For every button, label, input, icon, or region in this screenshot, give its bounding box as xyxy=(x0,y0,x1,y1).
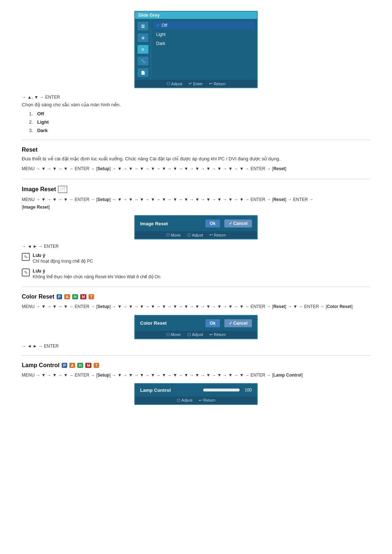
note-icon-2: ✎ xyxy=(22,268,30,276)
cr-footer-adjust: ⬡ Adjust xyxy=(187,332,203,337)
footer-enter: ↵ Enter xyxy=(189,81,203,86)
adjust-label: Adjust xyxy=(171,82,183,86)
adjust-icon: ⬡ xyxy=(167,81,170,86)
cr-cancel-check-icon: ✓ xyxy=(229,321,232,326)
cr-adjust-icon: ⬡ xyxy=(187,332,191,337)
ir-path-imagereset: Image Reset xyxy=(23,205,49,210)
color-reset-dialog-body: Color Reset Ok ✓ Cancel xyxy=(135,316,257,331)
lamp-slider-wrap: 100 xyxy=(203,387,252,393)
option-item-off: 1. Off xyxy=(29,111,370,116)
image-reset-dialog-label: Image Reset xyxy=(140,221,201,226)
note-content-2: Lưu ý Không thể thực hiện chức năng Rese… xyxy=(33,268,160,280)
option-num-2: 2. xyxy=(29,119,33,125)
image-reset-icon: 📄 xyxy=(58,186,67,193)
image-reset-title-text: Image Reset xyxy=(22,186,56,193)
cr-move-label: Move xyxy=(171,332,181,337)
reset-title-text: Reset xyxy=(22,147,38,153)
color-reset-dialog-label: Color Reset xyxy=(140,320,201,326)
note-title-1: Lưu ý xyxy=(33,253,45,258)
badge-a: A xyxy=(64,294,70,299)
adjust2-icon: ⬡ xyxy=(187,233,191,237)
note-title-2: Lưu ý xyxy=(33,268,45,274)
badge-h: H xyxy=(72,294,78,299)
move-icon: ⬡ xyxy=(166,233,170,237)
menu-icon-list: 🖼 🖥 ⚙ 🔧 📄 xyxy=(135,19,151,80)
menu-icon-4: 🔧 xyxy=(138,57,148,65)
enter-label: Enter xyxy=(193,82,203,86)
cr-footer-return: ↩ Return xyxy=(209,332,226,337)
lamp-return-icon: ↩ xyxy=(199,398,202,403)
lamp-dialog-footer: ⬡ Adjust ↩ Return xyxy=(135,397,257,404)
lamp-badge-p: P xyxy=(62,363,67,368)
nav-line-image-reset: → ◄ ► → ENTER xyxy=(22,244,370,249)
lamp-value: 100 xyxy=(242,387,252,393)
menu-icon-2: 🖥 xyxy=(138,33,148,42)
lamp-control-dialog: Lamp Control 100 ⬡ Adjust ↩ Return xyxy=(134,383,258,405)
image-reset-dialog-footer: ⬡ Move ⬡ Adjust ↩ Return xyxy=(135,231,257,239)
lamp-control-dialog-wrap: Lamp Control 100 ⬡ Adjust ↩ Return xyxy=(22,383,370,405)
cr-cancel-label: Cancel xyxy=(233,321,248,326)
color-reset-dialog: Color Reset Ok ✓ Cancel ⬡ Move ⬡ Adjust … xyxy=(134,315,258,339)
checkmark-off: ✓ xyxy=(156,23,159,28)
color-reset-menu-path: MENU → ▼ → ▼ → ▼ → ENTER → [Setup] → ▼ →… xyxy=(22,303,370,310)
reset-path-reset: Reset xyxy=(273,166,285,171)
image-reset-dialog: Image Reset Ok ✓ Cancel ⬡ Move ⬡ Adjust … xyxy=(134,215,258,239)
return-label: Return xyxy=(213,82,225,86)
menu-options-list: ✓ Off Light Dark xyxy=(151,19,257,80)
cr-return-label: Return xyxy=(214,332,226,337)
nav-line-color-reset: → ◄ ► → ENTER xyxy=(22,344,370,349)
menu-icon-5: 📄 xyxy=(138,68,148,77)
menu-icon-3: ⚙ xyxy=(138,45,148,54)
badge-m: M xyxy=(80,294,86,299)
menu-option-light: Light xyxy=(153,31,255,38)
color-reset-dialog-footer: ⬡ Move ⬡ Adjust ↩ Return xyxy=(135,331,257,338)
cr-return-icon: ↩ xyxy=(209,332,213,337)
lc-path-lampcontrol: Lamp Control xyxy=(273,373,302,378)
cr-path-setup: Setup xyxy=(97,304,109,309)
color-reset-section-title: Color Reset P A H M T xyxy=(22,294,370,300)
lamp-badge-a: A xyxy=(69,363,75,368)
image-reset-dialog-wrap: Image Reset Ok ✓ Cancel ⬡ Move ⬡ Adjust … xyxy=(22,215,370,239)
cancel-label-text: Cancel xyxy=(233,221,248,226)
cr-move-icon: ⬡ xyxy=(166,332,170,337)
option-num-1: 1. xyxy=(29,111,33,116)
enter-icon: ↵ xyxy=(189,81,192,86)
color-reset-dialog-wrap: Color Reset Ok ✓ Cancel ⬡ Move ⬡ Adjust … xyxy=(22,315,370,339)
move-label: Move xyxy=(171,233,181,237)
dialog-footer-adjust: ⬡ Adjust xyxy=(187,233,203,237)
nav-line-slide-grey: → ▲, ▼ → ENTER xyxy=(22,95,370,100)
menu-option-dark: Dark xyxy=(153,40,255,47)
slide-grey-menu-panel: Slide Grey 🖼 🖥 ⚙ 🔧 📄 ✓ Off Light Dark xyxy=(134,11,258,88)
image-reset-ok-button[interactable]: Ok xyxy=(205,219,220,227)
cr-footer-move: ⬡ Move xyxy=(166,332,181,337)
badge-t: T xyxy=(89,294,94,299)
color-reset-cancel-button[interactable]: ✓ Cancel xyxy=(224,319,252,327)
menu-icon-1: 🖼 xyxy=(138,22,148,30)
slide-grey-desc: Chọn độ sáng cho sắc xám của màn hình nề… xyxy=(22,102,370,107)
lamp-dialog-label: Lamp Control xyxy=(140,387,199,393)
note-detail-1: Chỉ hoạt động trong chế độ PC xyxy=(33,259,93,264)
lamp-badge-m: M xyxy=(85,363,91,368)
reset-desc: Đưa thiết bị về cài đặt mặc định lúc xuấ… xyxy=(22,156,370,161)
image-reset-dialog-body: Image Reset Ok ✓ Cancel xyxy=(135,216,257,231)
cancel-check-icon: ✓ xyxy=(229,221,232,226)
image-reset-cancel-button[interactable]: ✓ Cancel xyxy=(224,219,252,227)
lamp-badge-t: T xyxy=(94,363,99,368)
slide-grey-options: 1. Off 2. Light 3. Dark xyxy=(29,111,370,133)
menu-panel-footer: ⬡ Adjust ↵ Enter ↩ Return xyxy=(135,80,257,87)
color-reset-ok-button[interactable]: Ok xyxy=(205,319,220,327)
ir-path-reset: Reset xyxy=(273,197,285,202)
dialog-footer-move: ⬡ Move xyxy=(166,233,181,237)
lamp-dialog-body: Lamp Control 100 xyxy=(135,384,257,397)
option-num-3: 3. xyxy=(29,128,33,133)
footer-return: ↩ Return xyxy=(209,81,225,86)
lamp-footer-return: ↩ Return xyxy=(199,398,215,403)
color-reset-title-text: Color Reset xyxy=(22,294,54,300)
return2-label: Return xyxy=(214,233,226,237)
cr-path-colorreset: Color Reset xyxy=(327,304,351,309)
menu-option-dark-label: Dark xyxy=(156,41,165,46)
lamp-slider-fill xyxy=(203,389,240,391)
reset-menu-path: MENU → ▼ → ▼ → ▼ → ENTER → [Setup] → ▼ →… xyxy=(22,165,370,172)
lamp-slider[interactable] xyxy=(203,389,240,391)
note-detail-2: Không thể thực hiện chức năng Reset khi … xyxy=(33,274,160,279)
